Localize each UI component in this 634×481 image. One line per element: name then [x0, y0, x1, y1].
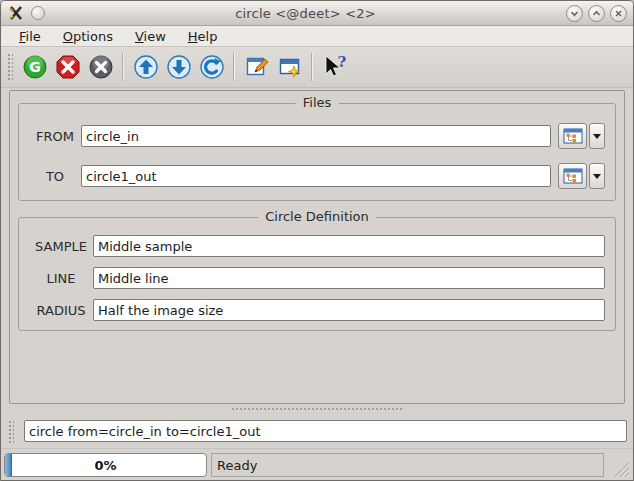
progress-label: 0%	[5, 454, 206, 476]
from-row: FROM	[29, 123, 605, 149]
parameters-panel: Files FROM	[9, 90, 625, 404]
new-window-button[interactable]	[274, 52, 305, 83]
chevron-down-icon	[570, 9, 579, 18]
sample-row: SAMPLE	[29, 233, 605, 259]
splitter	[1, 404, 633, 414]
arrow-down-icon	[166, 54, 192, 80]
file-tree-icon	[563, 168, 583, 184]
titlebar[interactable]: circle <@deet> <2>	[1, 1, 633, 26]
to-row: TO	[29, 163, 605, 189]
circle-definition-legend: Circle Definition	[258, 209, 376, 224]
radius-row: RADIUS	[29, 297, 605, 323]
menu-view[interactable]: View	[127, 28, 174, 45]
from-label: FROM	[29, 129, 81, 144]
menu-file[interactable]: File	[11, 28, 49, 45]
sample-input[interactable]	[93, 235, 605, 257]
close-circle-icon	[88, 54, 114, 80]
menu-options[interactable]: Options	[55, 28, 121, 45]
to-input[interactable]	[81, 165, 551, 187]
window-title: circle <@deet> <2>	[45, 6, 566, 21]
edit-icon	[244, 54, 270, 80]
splitter-handle[interactable]	[231, 407, 403, 412]
app-window: circle <@deet> <2> File Options	[0, 0, 634, 481]
radius-input[interactable]	[93, 299, 605, 321]
go-button[interactable]: G	[19, 52, 50, 83]
to-browse-button[interactable]	[558, 163, 587, 189]
maximize-button[interactable]	[588, 5, 605, 22]
dropdown-arrow-icon	[593, 134, 601, 139]
close-button[interactable]	[610, 5, 627, 22]
redo-button[interactable]	[196, 52, 227, 83]
from-dropdown-button[interactable]	[589, 123, 605, 149]
line-input[interactable]	[93, 267, 605, 289]
command-bar-drag-handle[interactable]	[7, 419, 14, 443]
stop-button[interactable]	[52, 52, 83, 83]
move-up-button[interactable]	[130, 52, 161, 83]
stop-icon	[55, 54, 81, 80]
circle-definition-groupbox: Circle Definition SAMPLE LINE RADIUS	[18, 217, 616, 331]
toolbar-drag-handle[interactable]	[6, 52, 13, 82]
move-down-button[interactable]	[163, 52, 194, 83]
to-label: TO	[29, 169, 81, 184]
window-menu-button[interactable]	[7, 4, 25, 22]
to-dropdown-button[interactable]	[589, 163, 605, 189]
minimize-button[interactable]	[566, 5, 583, 22]
toolbar-separator	[122, 53, 124, 81]
svg-text:?: ?	[337, 54, 346, 71]
close-window-button[interactable]	[85, 52, 116, 83]
redo-icon	[199, 54, 225, 80]
resize-grip[interactable]	[612, 460, 630, 478]
progress-bar: 0%	[4, 453, 207, 477]
line-row: LINE	[29, 265, 605, 291]
chevron-up-icon	[592, 9, 601, 18]
arrow-up-icon	[133, 54, 159, 80]
dropdown-arrow-icon	[593, 174, 601, 179]
files-legend: Files	[296, 95, 339, 110]
command-line-input[interactable]	[24, 420, 627, 442]
command-bar	[1, 414, 633, 448]
file-tree-icon	[563, 128, 583, 144]
line-label: LINE	[29, 271, 93, 286]
menubar: File Options View Help	[1, 26, 633, 47]
sample-label: SAMPLE	[29, 239, 93, 254]
status-message: Ready	[211, 453, 604, 477]
toolbar-separator	[311, 53, 313, 81]
new-window-icon	[277, 54, 303, 80]
from-browse-button[interactable]	[558, 123, 587, 149]
menu-help[interactable]: Help	[180, 28, 226, 45]
radius-label: RADIUS	[29, 303, 93, 318]
whats-this-icon: ?	[321, 54, 349, 80]
status-bar: 0% Ready	[1, 448, 633, 481]
svg-text:G: G	[29, 59, 41, 75]
edit-button[interactable]	[241, 52, 272, 83]
toolbar: G	[1, 47, 633, 88]
go-icon: G	[22, 54, 48, 80]
files-groupbox: Files FROM	[18, 103, 616, 201]
toolbar-separator	[233, 53, 235, 81]
whats-this-help-button[interactable]: ?	[319, 52, 350, 83]
sticky-button[interactable]	[31, 6, 45, 20]
from-input[interactable]	[81, 125, 551, 147]
x11-app-icon	[8, 5, 24, 21]
close-icon	[614, 9, 623, 18]
